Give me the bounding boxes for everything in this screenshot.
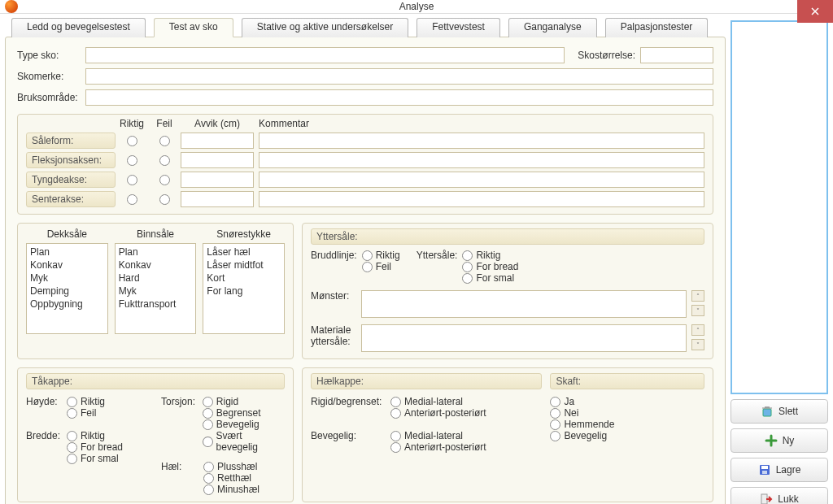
bevegelig-anteriort-radio[interactable]: Anteriørt-posteriørt xyxy=(390,441,486,453)
list-item[interactable]: Oppbygning xyxy=(30,298,104,311)
fleksjon-avvik-input[interactable] xyxy=(181,152,254,168)
list-item[interactable]: Konkav xyxy=(119,259,193,272)
skaft-hemmende-radio[interactable]: Hemmende xyxy=(550,419,704,430)
list-item[interactable]: Konkav xyxy=(30,259,104,272)
hoyde-label: Høyde: xyxy=(26,396,62,419)
skostorrelse-input[interactable] xyxy=(640,47,713,63)
snorestykke-label: Snørestykke xyxy=(203,228,285,240)
lukk-button[interactable]: Lukk xyxy=(731,487,828,504)
svg-rect-4 xyxy=(762,471,767,474)
list-item[interactable]: Låser hæl xyxy=(207,245,281,259)
yttersale-forsmal-radio[interactable]: For smal xyxy=(462,272,518,284)
lagre-button[interactable]: Lagre xyxy=(731,458,828,482)
type-sko-input[interactable] xyxy=(85,47,565,63)
senterakse-kommentar-input[interactable] xyxy=(259,191,704,207)
tyngdeakse-feil-radio[interactable] xyxy=(159,175,170,185)
bredde-riktig-radio[interactable]: Riktig xyxy=(67,430,123,441)
fleksjon-kommentar-input[interactable] xyxy=(259,152,704,168)
col-riktig: Riktig xyxy=(116,118,148,129)
torsjon-svaert-radio[interactable]: Svært bevegelig xyxy=(203,430,285,453)
list-item[interactable]: Låser midtfot xyxy=(207,259,281,272)
torsjon-begrenset-radio[interactable]: Begrenset xyxy=(203,407,285,419)
monster-spin-down[interactable]: ˅ xyxy=(691,305,704,316)
fleksjon-feil-radio[interactable] xyxy=(159,155,170,166)
exit-icon xyxy=(760,493,773,504)
row-fleksjon-label: Fleksjonsaksen: xyxy=(26,152,116,168)
list-item[interactable]: Kort xyxy=(207,272,281,285)
list-item[interactable]: Plan xyxy=(30,245,104,259)
bredde-forbread-radio[interactable]: For bread xyxy=(67,441,123,453)
rigid-medial-radio[interactable]: Medial-lateral xyxy=(390,396,486,407)
window-close-button[interactable] xyxy=(797,0,833,23)
image-preview xyxy=(731,20,828,394)
ny-button[interactable]: Ny xyxy=(731,428,828,453)
tyngdeakse-riktig-radio[interactable] xyxy=(127,175,137,185)
skaft-bevegelig-radio[interactable]: Bevegelig xyxy=(550,430,704,441)
bruksomrade-label: Bruksområde: xyxy=(17,92,81,103)
tyngdeakse-avvik-input[interactable] xyxy=(181,172,254,188)
bredde-forsmal-radio[interactable]: For smal xyxy=(67,453,123,464)
hoyde-riktig-radio[interactable]: Riktig xyxy=(67,396,105,407)
yttersale-forbread-radio[interactable]: For bread xyxy=(462,261,518,272)
bruddlinje-riktig-radio[interactable]: Riktig xyxy=(362,250,400,261)
list-item[interactable]: Myk xyxy=(30,272,104,285)
tab-ledd[interactable]: Ledd og bevegelsestest xyxy=(11,18,146,37)
senterakse-avvik-input[interactable] xyxy=(181,191,254,207)
fleksjon-riktig-radio[interactable] xyxy=(127,155,137,166)
list-item[interactable]: Plan xyxy=(119,245,193,259)
materiale-spin-down[interactable]: ˅ xyxy=(691,339,704,350)
snorestykke-listbox[interactable]: Låser hæl Låser midtfot Kort For lang xyxy=(203,243,285,334)
saleform-riktig-radio[interactable] xyxy=(127,136,137,146)
tyngdeakse-kommentar-input[interactable] xyxy=(259,172,704,188)
senterakse-riktig-radio[interactable] xyxy=(127,194,137,205)
bruksomrade-input[interactable] xyxy=(85,89,713,106)
materiale-spin-up[interactable]: ˄ xyxy=(691,324,704,336)
materiale-input[interactable] xyxy=(361,324,687,352)
rigid-label: Rigid/begrenset: xyxy=(311,396,386,419)
list-item[interactable]: Hard xyxy=(119,272,193,285)
dekksale-listbox[interactable]: Plan Konkav Myk Demping Oppbygning xyxy=(26,243,108,334)
hael-minus-radio[interactable]: Minushæl xyxy=(203,484,259,495)
tab-palpasjonstester[interactable]: Palpasjonstester xyxy=(605,18,709,37)
app-icon xyxy=(5,0,18,13)
yttersale-title: Yttersåle: xyxy=(311,228,704,245)
binnsale-listbox[interactable]: Plan Konkav Hard Myk Fukttransport xyxy=(115,243,197,334)
tab-ganganalyse[interactable]: Ganganalyse xyxy=(508,18,597,37)
saleform-feil-radio[interactable] xyxy=(159,136,170,146)
skomerke-input[interactable] xyxy=(85,68,713,85)
monster-spin-up[interactable]: ˄ xyxy=(691,290,704,302)
bevegelig-medial-radio[interactable]: Medial-lateral xyxy=(390,430,486,441)
torsjon-label: Torsjon: xyxy=(161,396,198,453)
tab-fettvevstest[interactable]: Fettvevstest xyxy=(416,18,500,37)
list-item[interactable]: Demping xyxy=(30,285,104,298)
torsjon-bevegelig-radio[interactable]: Bevegelig xyxy=(203,419,285,430)
bevegelig-label: Bevegelig: xyxy=(311,430,386,453)
svg-rect-3 xyxy=(761,466,768,469)
skaft-ja-radio[interactable]: Ja xyxy=(550,396,704,407)
saleform-avvik-input[interactable] xyxy=(181,133,254,149)
skaft-nei-radio[interactable]: Nei xyxy=(550,407,704,419)
list-item[interactable]: For lang xyxy=(207,285,281,298)
bruddlinje-feil-radio[interactable]: Feil xyxy=(362,261,400,272)
yttersale-riktig-radio[interactable]: Riktig xyxy=(462,250,518,261)
saleform-kommentar-input[interactable] xyxy=(259,133,704,149)
skomerke-label: Skomerke: xyxy=(17,71,81,82)
slett-button[interactable]: Slett xyxy=(731,399,828,424)
senterakse-feil-radio[interactable] xyxy=(159,194,170,205)
row-saleform-label: Såleform: xyxy=(26,133,116,149)
list-item[interactable]: Myk xyxy=(119,285,193,298)
materiale-label: Materiale yttersåle: xyxy=(311,324,356,347)
hoyde-feil-radio[interactable]: Feil xyxy=(67,407,105,419)
row-tyngdeakse-label: Tyngdeakse: xyxy=(26,172,116,188)
list-item[interactable]: Fukttransport xyxy=(119,298,193,311)
hael-pluss-radio[interactable]: Plusshæl xyxy=(203,461,259,472)
monster-input[interactable] xyxy=(361,290,687,318)
takappe-group: Tåkappe: Høyde: Riktig Feil xyxy=(17,367,294,502)
rigid-anteriort-radio[interactable]: Anteriørt-posteriørt xyxy=(390,407,486,419)
torsjon-rigid-radio[interactable]: Rigid xyxy=(203,396,285,407)
tab-stative[interactable]: Stative og aktive undersøkelser xyxy=(242,18,408,37)
row-senterakse-label: Senterakse: xyxy=(26,191,116,207)
yttersale-col-label: Yttersåle: xyxy=(416,250,458,284)
hael-rett-radio[interactable]: Retthæl xyxy=(203,472,259,484)
tab-test-av-sko[interactable]: Test av sko xyxy=(154,18,233,37)
